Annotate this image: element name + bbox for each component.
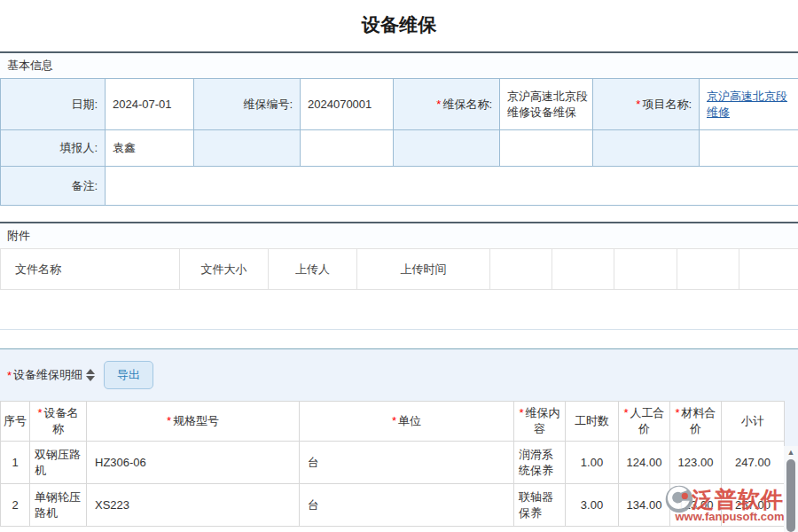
required-asterisk: * bbox=[675, 406, 679, 419]
basic-info-table: *日期: 2024-07-01 *维保编号: 2024070001 *维保名称:… bbox=[0, 78, 798, 206]
detail-panel: * 设备维保明细 导出 序号*设备名称*规格型号*单位*维保内容工时数*人工合价… bbox=[0, 348, 798, 526]
attachments-empty-header bbox=[614, 249, 677, 290]
project-name-label: *项目名称: bbox=[593, 79, 700, 130]
spacer bbox=[0, 290, 798, 329]
reporter-label: 填报人: bbox=[1, 130, 106, 167]
attachments-header-row: 文件名称文件大小上传人上传时间 bbox=[1, 249, 798, 290]
reporter-value[interactable]: 袁鑫 bbox=[106, 130, 194, 167]
maintenance-no-label: *维保编号: bbox=[194, 79, 301, 130]
detail-column-header: *人工合价 bbox=[619, 402, 670, 442]
detail-cell[interactable]: 123.00 bbox=[670, 442, 722, 484]
maintenance-name-value[interactable]: 京沪高速北京段维修设备维保 bbox=[500, 79, 593, 130]
detail-section-title: 设备维保明细 bbox=[13, 367, 82, 383]
detail-column-header: *材料合价 bbox=[670, 402, 722, 442]
basic-info-row-2: 填报人: 袁鑫 bbox=[1, 130, 798, 167]
detail-cell[interactable]: XS223 bbox=[87, 484, 300, 527]
basic-info-row-1: *日期: 2024-07-01 *维保编号: 2024070001 *维保名称:… bbox=[1, 79, 798, 130]
spacer bbox=[0, 206, 798, 222]
triangle-up-icon bbox=[86, 369, 95, 374]
detail-cell[interactable]: 双钢压路机 bbox=[30, 442, 87, 484]
attachments-empty-header bbox=[739, 249, 798, 290]
attachments-column-header: 上传人 bbox=[269, 249, 357, 290]
scrollbar-thumb[interactable] bbox=[786, 459, 795, 532]
attachments-empty-header bbox=[490, 249, 552, 290]
required-asterisk: * bbox=[167, 414, 171, 427]
required-asterisk: * bbox=[392, 414, 396, 427]
export-button[interactable]: 导出 bbox=[104, 361, 153, 389]
required-asterisk: * bbox=[636, 98, 640, 111]
detail-cell[interactable]: 134.00 bbox=[619, 484, 670, 527]
required-asterisk: * bbox=[519, 406, 523, 419]
required-asterisk: * bbox=[623, 406, 628, 419]
remark-value[interactable] bbox=[106, 167, 798, 206]
equipment-maintenance-page: 设备维保 基本信息 *日期: 2024-07-01 *维保编号: 2024070… bbox=[0, 0, 798, 532]
maintenance-name-label: *维保名称: bbox=[394, 79, 500, 130]
detail-header-row: 序号*设备名称*规格型号*单位*维保内容工时数*人工合价*材料合价小计 bbox=[1, 402, 785, 442]
empty-label-cell bbox=[194, 130, 301, 167]
detail-cell[interactable]: 联轴器保养 bbox=[514, 484, 566, 527]
detail-cell[interactable]: 257.00 bbox=[722, 484, 785, 527]
date-value[interactable]: 2024-07-01 bbox=[106, 79, 194, 130]
section-basic-info-header: 基本信息 bbox=[0, 51, 798, 78]
detail-cell[interactable]: 123.00 bbox=[670, 484, 722, 527]
table-row: 2单钢轮压路机XS223台联轴器保养3.00134.00123.00257.00 bbox=[1, 484, 785, 527]
remark-label: 备注: bbox=[1, 167, 106, 206]
detail-cell[interactable]: 台 bbox=[300, 484, 514, 527]
detail-column-header: 序号 bbox=[1, 402, 30, 442]
attachments-column-header: 上传时间 bbox=[357, 249, 490, 290]
empty-value-cell bbox=[301, 130, 394, 167]
section-attachments-title: 附件 bbox=[7, 229, 30, 242]
section-attachments-header: 附件 bbox=[0, 222, 798, 248]
detail-cell[interactable]: 润滑系统保养 bbox=[514, 442, 566, 484]
table-row: 1双钢压路机HZ306-06台润滑系统保养1.00124.00123.00247… bbox=[1, 442, 785, 484]
detail-column-header: *维保内容 bbox=[514, 402, 566, 442]
scroll-up-icon[interactable]: ▲ bbox=[784, 446, 798, 458]
required-asterisk: * bbox=[436, 98, 441, 111]
attachments-empty-header bbox=[677, 249, 739, 290]
empty-value-cell bbox=[700, 130, 798, 167]
spacer bbox=[0, 330, 798, 348]
date-label: *日期: bbox=[1, 79, 106, 130]
detail-column-header: *设备名称 bbox=[30, 402, 87, 442]
basic-info-row-3: 备注: bbox=[1, 167, 798, 206]
page-title: 设备维保 bbox=[0, 0, 798, 51]
required-asterisk: * bbox=[7, 369, 12, 382]
detail-cell[interactable]: 1.00 bbox=[566, 442, 619, 484]
section-basic-info-title: 基本信息 bbox=[7, 59, 53, 72]
empty-label-cell bbox=[593, 130, 700, 167]
project-name-cell: 京沪高速北京段维修 bbox=[700, 79, 798, 130]
detail-column-header: 工时数 bbox=[566, 402, 619, 442]
attachments-column-header: 文件名称 bbox=[1, 249, 180, 290]
scrollbar[interactable]: ▲ bbox=[784, 446, 798, 532]
detail-cell[interactable]: 1 bbox=[1, 442, 30, 484]
sort-spinner-icon[interactable] bbox=[86, 369, 95, 381]
detail-cell[interactable]: 3.00 bbox=[566, 484, 619, 527]
triangle-down-icon bbox=[86, 376, 95, 381]
required-asterisk: * bbox=[37, 406, 42, 419]
maintenance-no-value[interactable]: 2024070001 bbox=[301, 79, 394, 130]
attachments-empty-header bbox=[552, 249, 614, 290]
detail-column-header: *单位 bbox=[300, 402, 514, 442]
attachments-table: 文件名称文件大小上传人上传时间 bbox=[0, 248, 798, 290]
detail-cell[interactable]: 单钢轮压路机 bbox=[30, 484, 87, 527]
detail-cell[interactable]: 2 bbox=[1, 484, 30, 527]
detail-cell[interactable]: 台 bbox=[300, 442, 514, 484]
empty-label-cell bbox=[394, 130, 500, 167]
detail-column-header: *规格型号 bbox=[87, 402, 300, 442]
detail-cell[interactable]: 124.00 bbox=[619, 442, 670, 484]
detail-cell[interactable]: HZ306-06 bbox=[87, 442, 300, 484]
detail-column-header: 小计 bbox=[722, 402, 785, 442]
empty-value-cell bbox=[500, 130, 593, 167]
detail-cell[interactable]: 247.00 bbox=[722, 442, 785, 484]
project-name-link[interactable]: 京沪高速北京段维修 bbox=[707, 90, 787, 119]
attachments-column-header: 文件大小 bbox=[180, 249, 269, 290]
detail-table: 序号*设备名称*规格型号*单位*维保内容工时数*人工合价*材料合价小计 1双钢压… bbox=[0, 401, 785, 527]
detail-panel-header: * 设备维保明细 导出 bbox=[0, 349, 798, 401]
